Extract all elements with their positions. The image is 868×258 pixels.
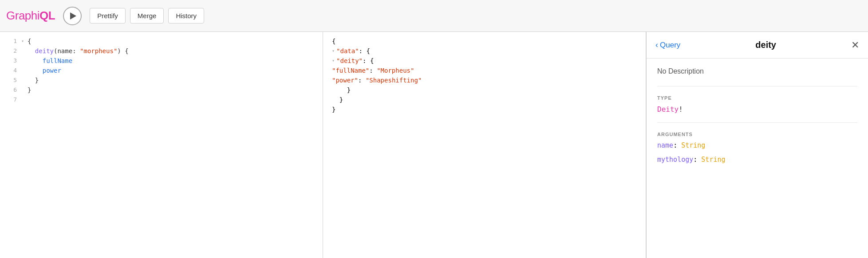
line-content: power (28, 66, 61, 75)
arguments-section-label: ARGUMENTS (657, 132, 857, 137)
arg-name[interactable]: name (657, 141, 673, 149)
line-content: } (28, 75, 39, 85)
result-line: "fullName": "Morpheus" (323, 66, 646, 75)
result-line: { (323, 36, 646, 46)
type-section-label: TYPE (657, 95, 857, 101)
line-content: deity(name: "morpheus") { (28, 46, 129, 56)
line-content: { (28, 36, 31, 46)
line-number: 4 (4, 66, 17, 75)
result-line: } (323, 95, 646, 105)
docs-title: deity (684, 40, 848, 50)
docs-back-label[interactable]: Query (660, 41, 680, 50)
docs-close-button[interactable]: ✕ (851, 40, 859, 50)
docs-description: No Description (657, 67, 857, 75)
collapse-arrow-icon[interactable] (21, 46, 27, 56)
arg-type[interactable]: String (681, 141, 705, 149)
collapse-arrow-icon[interactable]: ▾ (332, 56, 335, 66)
docs-header: ‹ Query deity ✕ (647, 32, 868, 59)
collapse-arrow-icon[interactable] (21, 85, 27, 95)
collapse-arrow-icon[interactable]: ▾ (21, 36, 27, 46)
type-link[interactable]: Deity (657, 105, 679, 113)
result-display: {▾"data": {▾"deity": { "fullName": "Morp… (323, 32, 646, 258)
collapse-arrow-icon[interactable]: ▾ (332, 46, 335, 56)
editor-line: 2 deity(name: "morpheus") { (0, 46, 323, 56)
result-line: } (323, 85, 646, 95)
query-editor[interactable]: 1▾{2 deity(name: "morpheus") {3 fullName… (0, 32, 323, 258)
docs-back-button[interactable]: ‹ Query (655, 40, 680, 50)
editor-line: 5 } (0, 75, 323, 85)
editor-line: 3 fullName (0, 56, 323, 66)
line-number: 6 (4, 85, 17, 95)
run-button[interactable] (63, 7, 82, 25)
argument-item: mythology: String (657, 156, 857, 164)
arg-type[interactable]: String (701, 156, 725, 164)
chevron-left-icon: ‹ (655, 40, 658, 50)
editor-line: 1▾{ (0, 36, 323, 46)
collapse-arrow-icon[interactable] (21, 95, 27, 105)
type-bang: ! (679, 105, 683, 113)
arguments-list: name: Stringmythology: String (657, 141, 857, 164)
collapse-arrow-icon[interactable] (21, 66, 27, 75)
line-content: fullName (28, 56, 72, 66)
app-logo: GraphiQL (6, 9, 55, 23)
arg-name[interactable]: mythology (657, 156, 693, 164)
main-area: 1▾{2 deity(name: "morpheus") {3 fullName… (0, 32, 868, 258)
line-number: 2 (4, 46, 17, 56)
editor-line: 7 (0, 95, 323, 105)
code-editor[interactable]: 1▾{2 deity(name: "morpheus") {3 fullName… (0, 32, 323, 258)
divider-1 (657, 86, 857, 86)
docs-panel: ‹ Query deity ✕ No Description TYPE Deit… (646, 32, 868, 258)
editor-line: 6 } (0, 85, 323, 95)
result-line: ▾"data": { (323, 46, 646, 56)
line-content: } (28, 85, 31, 95)
line-number: 5 (4, 75, 17, 85)
line-number: 7 (4, 95, 17, 105)
argument-item: name: String (657, 141, 857, 149)
result-panel: {▾"data": {▾"deity": { "fullName": "Morp… (323, 32, 646, 258)
result-line: } (323, 105, 646, 114)
history-button[interactable]: History (168, 8, 204, 23)
editor-line: 4 power (0, 66, 323, 75)
result-line: ▾"deity": { (323, 56, 646, 66)
result-line: "power": "Shapeshifting" (323, 75, 646, 85)
merge-button[interactable]: Merge (130, 8, 164, 23)
docs-content: No Description TYPE Deity! ARGUMENTS nam… (647, 59, 868, 258)
type-value: Deity! (657, 105, 857, 113)
divider-2 (657, 122, 857, 123)
line-number: 3 (4, 56, 17, 66)
toolbar: GraphiQL Prettify Merge History (0, 0, 868, 32)
prettify-button[interactable]: Prettify (90, 8, 126, 23)
collapse-arrow-icon[interactable] (21, 56, 27, 66)
collapse-arrow-icon[interactable] (21, 75, 27, 85)
line-number: 1 (4, 36, 17, 46)
